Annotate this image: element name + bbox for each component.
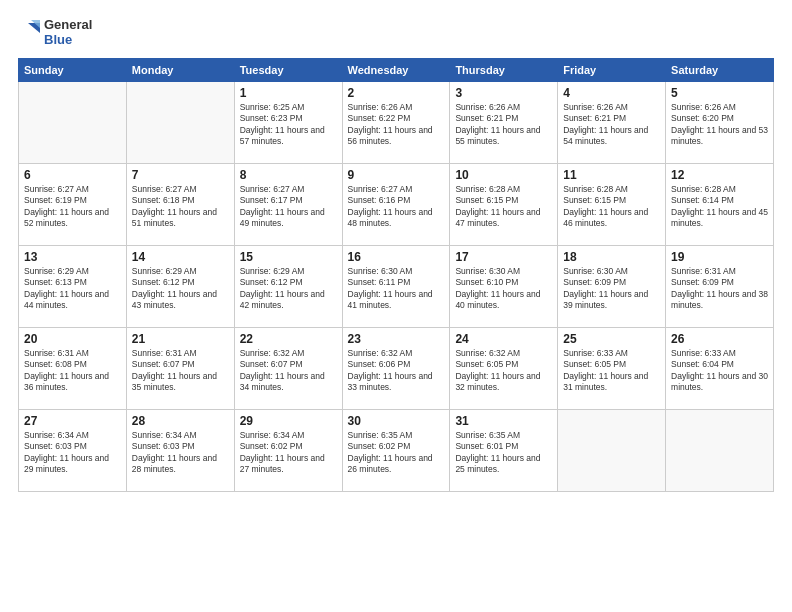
weekday-header: Monday [126,58,234,81]
calendar-week-row: 20Sunrise: 6:31 AMSunset: 6:08 PMDayligh… [19,327,774,409]
calendar-cell: 31Sunrise: 6:35 AMSunset: 6:01 PMDayligh… [450,409,558,491]
day-detail: Sunrise: 6:26 AMSunset: 6:21 PMDaylight:… [455,102,552,148]
day-number: 23 [348,332,445,346]
calendar-cell: 9Sunrise: 6:27 AMSunset: 6:16 PMDaylight… [342,163,450,245]
day-number: 11 [563,168,660,182]
day-number: 25 [563,332,660,346]
day-detail: Sunrise: 6:33 AMSunset: 6:04 PMDaylight:… [671,348,768,394]
day-number: 4 [563,86,660,100]
logo-blue: Blue [44,33,92,48]
day-number: 16 [348,250,445,264]
day-number: 3 [455,86,552,100]
day-detail: Sunrise: 6:28 AMSunset: 6:14 PMDaylight:… [671,184,768,230]
calendar-cell: 7Sunrise: 6:27 AMSunset: 6:18 PMDaylight… [126,163,234,245]
day-number: 29 [240,414,337,428]
day-number: 27 [24,414,121,428]
calendar-cell: 23Sunrise: 6:32 AMSunset: 6:06 PMDayligh… [342,327,450,409]
calendar-cell: 14Sunrise: 6:29 AMSunset: 6:12 PMDayligh… [126,245,234,327]
day-detail: Sunrise: 6:25 AMSunset: 6:23 PMDaylight:… [240,102,337,148]
calendar-cell: 16Sunrise: 6:30 AMSunset: 6:11 PMDayligh… [342,245,450,327]
day-detail: Sunrise: 6:27 AMSunset: 6:17 PMDaylight:… [240,184,337,230]
calendar-cell: 8Sunrise: 6:27 AMSunset: 6:17 PMDaylight… [234,163,342,245]
day-number: 13 [24,250,121,264]
calendar-week-row: 6Sunrise: 6:27 AMSunset: 6:19 PMDaylight… [19,163,774,245]
day-detail: Sunrise: 6:35 AMSunset: 6:02 PMDaylight:… [348,430,445,476]
day-number: 12 [671,168,768,182]
day-number: 31 [455,414,552,428]
weekday-header: Friday [558,58,666,81]
calendar-cell: 19Sunrise: 6:31 AMSunset: 6:09 PMDayligh… [666,245,774,327]
day-detail: Sunrise: 6:34 AMSunset: 6:02 PMDaylight:… [240,430,337,476]
logo-bird-icon [18,19,40,47]
calendar-week-row: 27Sunrise: 6:34 AMSunset: 6:03 PMDayligh… [19,409,774,491]
calendar-cell: 22Sunrise: 6:32 AMSunset: 6:07 PMDayligh… [234,327,342,409]
day-detail: Sunrise: 6:32 AMSunset: 6:07 PMDaylight:… [240,348,337,394]
day-detail: Sunrise: 6:29 AMSunset: 6:12 PMDaylight:… [132,266,229,312]
weekday-header: Sunday [19,58,127,81]
day-detail: Sunrise: 6:26 AMSunset: 6:20 PMDaylight:… [671,102,768,148]
day-detail: Sunrise: 6:34 AMSunset: 6:03 PMDaylight:… [132,430,229,476]
calendar-cell: 29Sunrise: 6:34 AMSunset: 6:02 PMDayligh… [234,409,342,491]
calendar-cell: 28Sunrise: 6:34 AMSunset: 6:03 PMDayligh… [126,409,234,491]
calendar-cell: 20Sunrise: 6:31 AMSunset: 6:08 PMDayligh… [19,327,127,409]
day-detail: Sunrise: 6:30 AMSunset: 6:10 PMDaylight:… [455,266,552,312]
day-detail: Sunrise: 6:28 AMSunset: 6:15 PMDaylight:… [455,184,552,230]
day-number: 15 [240,250,337,264]
calendar-cell: 1Sunrise: 6:25 AMSunset: 6:23 PMDaylight… [234,81,342,163]
day-detail: Sunrise: 6:32 AMSunset: 6:06 PMDaylight:… [348,348,445,394]
day-detail: Sunrise: 6:30 AMSunset: 6:11 PMDaylight:… [348,266,445,312]
calendar-cell: 11Sunrise: 6:28 AMSunset: 6:15 PMDayligh… [558,163,666,245]
calendar-cell: 24Sunrise: 6:32 AMSunset: 6:05 PMDayligh… [450,327,558,409]
day-number: 30 [348,414,445,428]
day-number: 24 [455,332,552,346]
calendar-cell: 30Sunrise: 6:35 AMSunset: 6:02 PMDayligh… [342,409,450,491]
calendar-table: SundayMondayTuesdayWednesdayThursdayFrid… [18,58,774,492]
weekday-header: Tuesday [234,58,342,81]
calendar-cell: 21Sunrise: 6:31 AMSunset: 6:07 PMDayligh… [126,327,234,409]
logo-container: General Blue [18,18,92,48]
day-number: 7 [132,168,229,182]
calendar-cell: 4Sunrise: 6:26 AMSunset: 6:21 PMDaylight… [558,81,666,163]
day-number: 2 [348,86,445,100]
day-number: 17 [455,250,552,264]
day-detail: Sunrise: 6:34 AMSunset: 6:03 PMDaylight:… [24,430,121,476]
day-detail: Sunrise: 6:31 AMSunset: 6:09 PMDaylight:… [671,266,768,312]
day-number: 9 [348,168,445,182]
calendar-cell: 10Sunrise: 6:28 AMSunset: 6:15 PMDayligh… [450,163,558,245]
day-number: 18 [563,250,660,264]
day-number: 6 [24,168,121,182]
logo: General Blue [18,18,92,48]
day-detail: Sunrise: 6:27 AMSunset: 6:19 PMDaylight:… [24,184,121,230]
calendar-cell: 15Sunrise: 6:29 AMSunset: 6:12 PMDayligh… [234,245,342,327]
calendar-cell [666,409,774,491]
day-detail: Sunrise: 6:31 AMSunset: 6:08 PMDaylight:… [24,348,121,394]
day-detail: Sunrise: 6:33 AMSunset: 6:05 PMDaylight:… [563,348,660,394]
header: General Blue [18,18,774,48]
day-number: 21 [132,332,229,346]
day-number: 8 [240,168,337,182]
calendar-cell: 27Sunrise: 6:34 AMSunset: 6:03 PMDayligh… [19,409,127,491]
calendar-cell [19,81,127,163]
calendar-cell [126,81,234,163]
day-detail: Sunrise: 6:29 AMSunset: 6:12 PMDaylight:… [240,266,337,312]
calendar-cell: 26Sunrise: 6:33 AMSunset: 6:04 PMDayligh… [666,327,774,409]
calendar-cell: 6Sunrise: 6:27 AMSunset: 6:19 PMDaylight… [19,163,127,245]
weekday-header: Wednesday [342,58,450,81]
calendar-cell: 25Sunrise: 6:33 AMSunset: 6:05 PMDayligh… [558,327,666,409]
day-detail: Sunrise: 6:27 AMSunset: 6:16 PMDaylight:… [348,184,445,230]
logo-text: General Blue [44,18,92,48]
day-number: 10 [455,168,552,182]
day-number: 28 [132,414,229,428]
weekday-header: Saturday [666,58,774,81]
calendar-cell: 13Sunrise: 6:29 AMSunset: 6:13 PMDayligh… [19,245,127,327]
day-number: 5 [671,86,768,100]
weekday-header-row: SundayMondayTuesdayWednesdayThursdayFrid… [19,58,774,81]
calendar-cell: 3Sunrise: 6:26 AMSunset: 6:21 PMDaylight… [450,81,558,163]
day-number: 1 [240,86,337,100]
day-number: 20 [24,332,121,346]
day-detail: Sunrise: 6:30 AMSunset: 6:09 PMDaylight:… [563,266,660,312]
calendar-cell: 12Sunrise: 6:28 AMSunset: 6:14 PMDayligh… [666,163,774,245]
calendar-cell: 17Sunrise: 6:30 AMSunset: 6:10 PMDayligh… [450,245,558,327]
calendar-cell: 18Sunrise: 6:30 AMSunset: 6:09 PMDayligh… [558,245,666,327]
day-number: 26 [671,332,768,346]
